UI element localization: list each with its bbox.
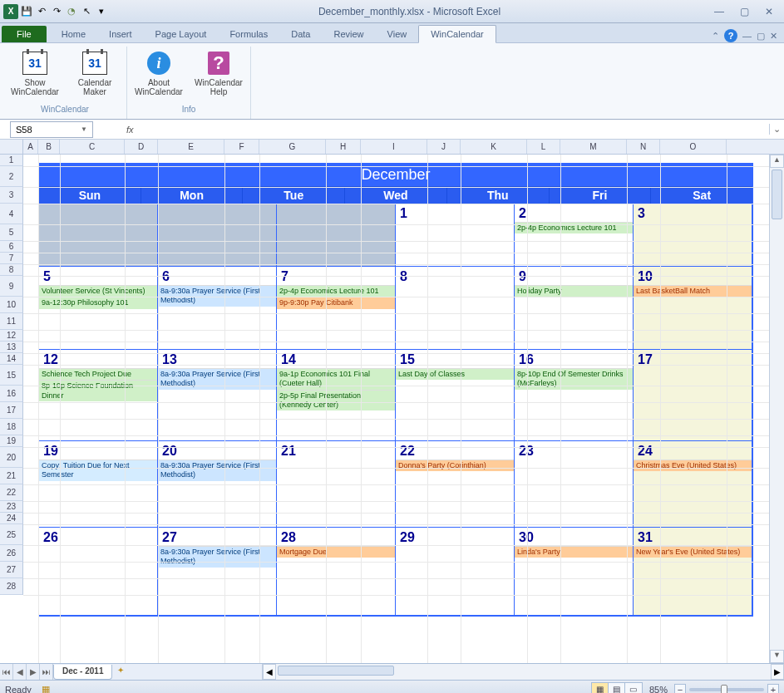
column-header[interactable]: B <box>38 140 60 154</box>
column-header[interactable]: C <box>60 140 125 154</box>
calendar-cell[interactable]: 168p-10p End Of Semester Drinks (McFarle… <box>515 350 634 441</box>
calendar-cell[interactable] <box>39 204 158 267</box>
calendar-cell[interactable]: 12Schience Tech Project Due8p-10p Scienc… <box>39 350 158 441</box>
calendar-cell[interactable]: 72p-4p Economics Lecture 1019p-9:30p Pay… <box>277 267 396 350</box>
calendar-cell[interactable]: 19Copy: Tuition Due for Next Semester <box>39 441 158 528</box>
calendar-event[interactable]: Last Day of Classes <box>396 368 514 380</box>
calendar-event[interactable]: 8p-10p Science Foundation Dinner <box>39 380 157 401</box>
row-header[interactable]: 27 <box>0 562 23 578</box>
tab-page-layout[interactable]: Page Layout <box>144 26 219 42</box>
row-header[interactable]: 25 <box>0 524 23 545</box>
zoom-in-button[interactable]: + <box>767 684 779 694</box>
tab-formulas[interactable]: Formulas <box>218 26 279 42</box>
zoom-thumb[interactable] <box>721 685 727 694</box>
row-header[interactable]: 21 <box>0 468 23 484</box>
vertical-scrollbar[interactable]: ▲ ▼ <box>769 155 784 663</box>
row-header[interactable]: 12 <box>0 330 23 342</box>
column-header[interactable]: J <box>427 140 461 154</box>
row-header[interactable]: 23 <box>0 501 23 513</box>
calendar-maker-button[interactable]: 31 Calendar Maker <box>70 48 120 96</box>
column-header[interactable]: A <box>23 140 38 154</box>
row-header[interactable]: 15 <box>0 365 23 386</box>
zoom-track[interactable] <box>689 688 764 691</box>
calendar-cell[interactable]: 28Mortgage Due <box>277 528 396 616</box>
calendar-cell[interactable] <box>158 204 277 267</box>
row-header[interactable]: 19 <box>0 435 23 447</box>
scroll-right-icon[interactable]: ▶ <box>771 664 784 680</box>
pointer-icon[interactable]: ↖ <box>80 5 93 18</box>
calendar-cell[interactable]: 24Christmas Eve (United States) <box>634 441 752 528</box>
macro-record-icon[interactable]: ▦ <box>42 684 50 693</box>
calendar-cell[interactable]: 29 <box>396 528 515 616</box>
calendar-event[interactable]: Donna's Party (Corinthian) <box>396 460 514 471</box>
workbook-minimize-icon[interactable]: — <box>742 31 752 41</box>
calendar-event[interactable]: 8a-9:30a Prayer Service (First Methodist… <box>158 285 276 307</box>
calendar-cell[interactable]: 10Last BasketBall Match <box>634 267 752 350</box>
row-header[interactable]: 9 <box>0 276 23 297</box>
calendar-cell[interactable]: 15Last Day of Classes <box>396 350 515 441</box>
horizontal-scrollbar[interactable]: ◀ ▶ <box>262 664 784 680</box>
calendar-cell[interactable]: 22Donna's Party (Corinthian) <box>396 441 515 528</box>
column-header[interactable]: N <box>627 140 660 154</box>
formula-input[interactable] <box>142 120 769 139</box>
calendar-event[interactable]: 8a-9:30a Prayer Service (First Methodist… <box>158 546 276 568</box>
page-break-view-button[interactable]: ▭ <box>625 683 642 694</box>
row-header[interactable]: 24 <box>0 513 23 524</box>
page-layout-view-button[interactable]: ▤ <box>609 683 625 694</box>
zoom-percent[interactable]: 85% <box>649 685 668 694</box>
row-header[interactable]: 6 <box>0 241 23 253</box>
qat-item-icon[interactable]: ◔ <box>65 5 78 18</box>
row-header[interactable]: 16 <box>0 386 23 402</box>
row-header[interactable]: 5 <box>0 224 23 241</box>
tab-insert[interactable]: Insert <box>97 26 144 42</box>
tab-data[interactable]: Data <box>279 26 322 42</box>
normal-view-button[interactable]: ▦ <box>592 683 609 694</box>
scroll-thumb[interactable] <box>772 170 782 219</box>
tab-wincalendar[interactable]: WinCalendar <box>418 25 496 43</box>
calendar-event[interactable]: Linda's Party <box>515 546 633 558</box>
calendar-cell[interactable]: 3 <box>634 204 752 267</box>
scroll-thumb[interactable] <box>278 666 394 676</box>
tab-home[interactable]: Home <box>50 26 97 42</box>
calendar-cell[interactable]: 9Holiday Party <box>515 267 634 350</box>
calendar-cell[interactable]: 17 <box>634 350 752 441</box>
calendar-event[interactable]: New Year's Eve (United States) <box>634 546 752 558</box>
column-header[interactable]: O <box>660 140 727 154</box>
calendar-cell[interactable]: 149a-1p Economics 101 Final (Cueter Hall… <box>277 350 396 441</box>
column-header[interactable]: L <box>527 140 560 154</box>
tab-nav-prev-icon[interactable]: ◀ <box>13 664 27 680</box>
calendar-cell[interactable]: 278a-9:30a Prayer Service (First Methodi… <box>158 528 277 616</box>
save-icon[interactable]: 💾 <box>20 5 33 18</box>
new-sheet-icon[interactable]: ✦ <box>112 664 129 680</box>
calendar-cell[interactable] <box>277 204 396 267</box>
calendar-event[interactable]: Christmas Eve (United States) <box>634 460 752 471</box>
column-header[interactable]: M <box>560 140 627 154</box>
select-all-corner[interactable] <box>0 140 23 154</box>
help-icon[interactable]: ? <box>724 29 737 42</box>
column-header[interactable]: D <box>125 140 158 154</box>
scroll-down-icon[interactable]: ▼ <box>770 650 784 663</box>
calendar-event[interactable]: 8a-9:30a Prayer Service (First Methodist… <box>158 460 276 481</box>
calendar-event[interactable]: 8p-10p End Of Semester Drinks (McFarleys… <box>515 368 633 390</box>
calendar-event[interactable]: 9p-9:30p Pay Citibank <box>277 297 395 308</box>
calendar-cell[interactable]: 31New Year's Eve (United States) <box>634 528 752 616</box>
worksheet-grid[interactable]: 1234567891011121314151617181920212223242… <box>0 155 784 663</box>
calendar-cell[interactable]: 1 <box>396 204 515 267</box>
fx-label[interactable]: fx <box>118 125 142 135</box>
calendar-event[interactable]: 8a-9:30a Prayer Service (First Methodist… <box>158 368 276 390</box>
column-header[interactable]: I <box>361 140 427 154</box>
qat-dropdown-icon[interactable]: ▾ <box>95 5 108 18</box>
undo-icon[interactable]: ↶ <box>35 5 48 18</box>
row-header[interactable]: 28 <box>0 578 23 595</box>
row-header[interactable]: 7 <box>0 253 23 264</box>
tab-nav-last-icon[interactable]: ⏭ <box>40 664 53 680</box>
column-header[interactable]: E <box>158 140 224 154</box>
calendar-event[interactable]: Last BasketBall Match <box>634 285 752 297</box>
workbook-restore-icon[interactable]: ▢ <box>757 31 765 42</box>
row-header[interactable]: 1 <box>0 155 23 166</box>
calendar-cell[interactable]: 8 <box>396 267 515 350</box>
name-box[interactable]: S58 ▼ <box>10 121 93 138</box>
sheet-tab-active[interactable]: Dec - 2011 <box>53 665 112 680</box>
calendar-event[interactable]: 9a-12:30p Philosophy 101 <box>39 297 157 308</box>
about-wincalendar-button[interactable]: i About WinCalendar <box>134 48 184 96</box>
